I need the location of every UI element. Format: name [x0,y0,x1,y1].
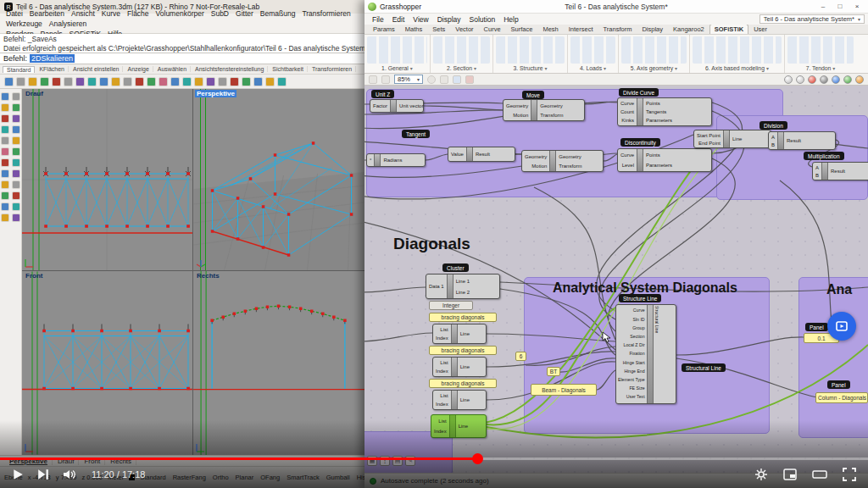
input-port[interactable]: Data 1 [429,284,444,289]
bracing-diagonals-panel[interactable]: bracing diagonals [429,346,497,355]
output-port[interactable]: Tangents [646,109,666,114]
command-line[interactable]: Befehl: 2DSkalieren [0,53,364,64]
input-port[interactable]: Count [620,109,634,114]
fullscreen-button[interactable] [843,468,856,481]
bracing-diagonals-panel[interactable]: bracing diagonals [429,379,497,388]
menu-item[interactable]: Fläche [124,8,153,19]
viewport-right[interactable]: Rechts [193,271,364,455]
toolbar-icon[interactable] [64,77,73,86]
miniplayer-button[interactable] [783,469,797,480]
menu-item[interactable]: Display [433,15,465,24]
output-port[interactable]: Result [831,169,845,174]
viewport-label[interactable]: Front [24,272,44,280]
toolbar-icon[interactable] [159,77,168,86]
zoom-select[interactable]: 85%▾ [394,75,423,84]
input-port[interactable]: Start Point [697,133,721,138]
output-port[interactable]: Unit vector [399,103,424,108]
input-port[interactable]: Curve [633,308,645,313]
volume-button[interactable] [63,469,78,480]
menu-item[interactable]: Bearbeiten [26,8,68,19]
ribbon-group-label[interactable]: 1. General [381,65,409,71]
canvas-group[interactable] [716,115,868,200]
menu-item[interactable]: File [368,15,388,24]
eye-preview-icon[interactable] [453,75,461,84]
output-port[interactable]: Geometry [559,154,581,159]
ribbon-tab[interactable]: Maths [400,25,427,34]
chevron-down-icon[interactable]: ▾ [675,65,677,71]
chevron-down-icon[interactable]: ▾ [604,65,606,71]
output-port[interactable]: Line [460,331,470,336]
ribbon-tab[interactable]: Vector [450,25,478,34]
preview-sphere-icon[interactable] [796,75,804,84]
sidebar-tool-icon[interactable] [12,136,20,145]
input-port[interactable]: Section [630,335,644,339]
preview-sphere-icon[interactable] [808,75,816,84]
viewport-label[interactable]: Drauf [24,90,45,97]
preview-sphere-icon[interactable] [843,75,852,84]
gh-component-list-item[interactable]: ListIndex Line [432,324,487,344]
menu-item[interactable]: Transformieren [298,8,353,19]
input-port[interactable]: Index [436,336,448,341]
gh-component-move[interactable]: GeometryMotion GeometryTransform [503,99,585,121]
viewport-front[interactable]: Front [22,271,192,455]
menu-item[interactable]: Volumenkörper [153,8,208,19]
component-tag-multiplication[interactable]: Multiplication [804,152,844,160]
component-tag-discontinuity[interactable]: Discontinuity [620,138,660,147]
chevron-down-icon[interactable]: ▾ [545,65,548,71]
component-tag-unitz[interactable]: Unit Z [371,90,394,98]
ribbon-group-label[interactable]: 5. Axis geometry [631,65,673,71]
sidebar-tool-icon[interactable] [1,180,9,189]
output-port[interactable]: Line [732,136,742,141]
input-port[interactable]: List [440,327,448,332]
gh-component-discontinuity[interactable]: CurveLevel PointsParameters [617,148,712,172]
input-port[interactable]: B [815,173,819,178]
toolbar-icon[interactable] [16,77,25,86]
minimize-button[interactable]: – [815,2,831,12]
ribbon-tab[interactable]: Params [368,25,400,34]
toolbar-icon[interactable] [52,77,61,86]
column-diagonals-panel[interactable]: Column - Diagonals [815,392,868,403]
toolbar-icon[interactable] [242,77,251,86]
sidebar-tool-icon[interactable] [1,114,9,123]
new-document-icon[interactable] [369,75,377,84]
output-port[interactable]: Line [460,397,470,402]
sidebar-tool-icon[interactable] [1,214,9,222]
ribbon-group-label[interactable]: 4. Loads [580,65,602,71]
toolbar-icon[interactable] [75,77,85,86]
sidebar-tool-icon[interactable] [1,92,9,101]
structural-line-output-tag[interactable]: Structural Line [682,363,726,372]
input-port[interactable]: B [771,142,775,147]
toolbar-icon[interactable] [206,77,215,86]
gh-component-multiplication[interactable]: AB Result [812,162,868,180]
gh-component-value[interactable]: Value Result [448,147,515,162]
gh-component-division[interactable]: AB Result [768,131,836,150]
input-port[interactable]: Motion [531,164,547,169]
output-port[interactable]: Line 1 [456,279,470,284]
output-port[interactable]: Result [476,152,490,157]
menu-item[interactable]: Werkzeuge [3,19,46,29]
component-tag-tangent[interactable]: Tangent [402,130,430,138]
input-port[interactable]: Level [622,163,634,168]
input-port[interactable]: FE Size [629,386,644,391]
value-panel[interactable]: 6 [515,352,526,361]
maximize-button[interactable]: □ [832,2,848,12]
integer-label[interactable]: Integer [429,301,473,310]
toolbar-icon[interactable] [147,77,156,86]
sidebar-tool-icon[interactable] [12,125,20,134]
toolbar-tab[interactable]: Sichtbarkeit [269,66,308,72]
menu-item[interactable]: View [409,15,432,24]
input-port[interactable]: List [440,360,448,365]
zoom-tool-icon[interactable] [427,75,436,84]
input-port[interactable]: Local Z Dir [624,343,645,347]
ribbon-tab[interactable]: Sets [427,25,450,34]
toolbar-tab[interactable]: Transformieren [309,66,356,72]
overlay-card-button[interactable] [827,312,856,341]
input-port[interactable]: Geometry [506,103,528,108]
preview-sphere-icon[interactable] [832,75,840,84]
chevron-down-icon[interactable]: ▾ [410,65,413,71]
sidebar-tool-icon[interactable] [1,103,9,112]
input-port[interactable]: Geometry [525,154,547,159]
toolbar-icon[interactable] [265,77,275,86]
gh-component-list-item[interactable]: ListIndex Line [432,357,487,377]
viewport-top[interactable]: Drauf [22,89,192,270]
